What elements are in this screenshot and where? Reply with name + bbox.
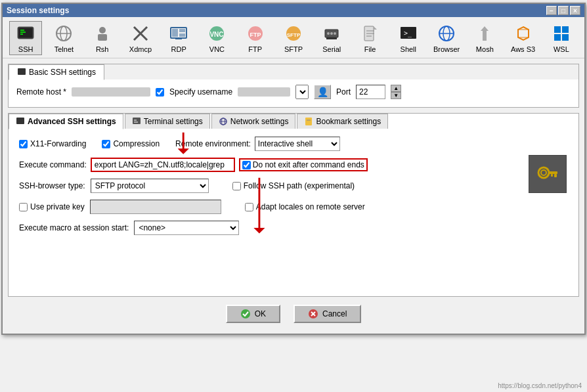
port-input[interactable] [356, 85, 385, 99]
svg-text:FTP: FTP [250, 32, 261, 38]
file-icon [360, 23, 381, 44]
svg-point-25 [327, 32, 330, 35]
basic-tab-header: Basic SSH settings [9, 64, 578, 79]
specify-username-label: Specify username [169, 87, 232, 97]
follow-ssh-checkbox[interactable] [232, 182, 241, 190]
port-spin-up[interactable]: ▲ [391, 85, 401, 92]
adv-tab-label-3: Bookmark settings [316, 117, 381, 126]
vnc-icon: VNC [206, 23, 227, 44]
x11-forwarding-text: X11-Forwarding [30, 139, 86, 148]
remote-host-row: Remote host * Specify username 👤 Port ▲ … [16, 85, 571, 99]
toolbar-item-shell[interactable]: >_ Shell [392, 21, 425, 55]
toolbar-item-ssh[interactable]: SSH [9, 21, 42, 55]
toolbar-item-vnc[interactable]: VNC VNC [200, 21, 233, 55]
do-not-exit-checkbox[interactable] [242, 161, 251, 169]
toolbar-item-ftp[interactable]: FTP FTP [239, 21, 272, 55]
wsl-icon [551, 23, 572, 44]
minimize-button[interactable]: − [546, 6, 557, 15]
tab-network[interactable]: Network settings [211, 114, 296, 129]
cancel-button[interactable]: Cancel [294, 305, 361, 323]
remote-env-label: Remote environment: [175, 139, 251, 148]
toolbar-label-sftp: SFTP [284, 45, 303, 53]
svg-rect-46 [562, 34, 569, 41]
svg-rect-14 [179, 29, 185, 32]
key-icon-container [529, 155, 567, 193]
follow-ssh-text: Follow SSH path (experimental) [244, 181, 355, 190]
rsh-icon [92, 23, 113, 44]
tab-bookmark[interactable]: Bookmark settings [297, 114, 388, 129]
window-title: Session settings [7, 6, 69, 15]
xdmcp-icon [130, 23, 151, 44]
svg-marker-39 [481, 26, 489, 41]
svg-rect-61 [551, 174, 553, 177]
follow-ssh-label[interactable]: Follow SSH path (experimental) [232, 181, 355, 190]
svg-rect-55 [305, 118, 312, 125]
svg-text:>_: >_ [404, 30, 412, 37]
advanced-content: X11-Forwarding Compression Remote enviro… [9, 129, 578, 250]
port-spin-down[interactable]: ▼ [391, 92, 401, 99]
maximize-button[interactable]: □ [558, 6, 569, 15]
svg-point-8 [99, 27, 106, 33]
compression-checkbox[interactable] [102, 140, 110, 148]
x11-forwarding-label[interactable]: X11-Forwarding [19, 139, 86, 148]
tab-advanced-ssh[interactable]: Advanced SSH settings [9, 114, 123, 129]
basic-ssh-section: Basic SSH settings Remote host * Specify… [8, 64, 579, 108]
remote-host-label: Remote host * [16, 87, 66, 97]
title-bar-buttons: − □ × [546, 6, 580, 15]
toolbar-label-rdp: RDP [171, 45, 186, 53]
toolbar-item-xdmcp[interactable]: Xdmcp [124, 21, 157, 55]
specify-username-checkbox[interactable] [156, 88, 164, 97]
compression-label[interactable]: Compression [102, 139, 160, 148]
ssh-icon [15, 23, 36, 44]
toolbar-item-rdp[interactable]: RDP [162, 21, 195, 55]
remote-env-select[interactable]: Interactive shell Remote command Do not … [255, 137, 340, 151]
tab-terminal[interactable]: Terminal settings [125, 114, 210, 129]
serial-icon [321, 23, 342, 44]
svg-rect-1 [19, 28, 32, 37]
toolbar-item-telnet[interactable]: Telnet [47, 21, 80, 55]
avatar-button[interactable]: 👤 [314, 85, 331, 99]
aws-s3-icon [513, 23, 534, 44]
private-key-input[interactable] [90, 200, 221, 214]
toolbar-label-browser: Browser [433, 45, 460, 53]
adapt-locales-checkbox[interactable] [245, 203, 253, 211]
svg-text:SFTP: SFTP [287, 32, 301, 38]
toolbar-item-aws-s3[interactable]: Aws S3 [506, 21, 539, 55]
ok-label: OK [255, 309, 266, 318]
remote-host-value [72, 87, 150, 97]
use-private-key-label[interactable]: Use private key [19, 202, 85, 211]
toolbar-item-rsh[interactable]: Rsh [86, 21, 119, 55]
ftp-icon: FTP [245, 23, 266, 44]
adapt-locales-text: Adapt locales on remote server [256, 202, 365, 211]
toolbar-label-shell: Shell [401, 45, 416, 53]
close-button[interactable]: × [570, 6, 580, 15]
use-private-key-checkbox[interactable] [19, 203, 28, 211]
ssh-browser-row: SSH-browser type: SFTP protocol SCP prot… [19, 179, 568, 193]
toolbar-item-serial[interactable]: Serial [315, 21, 348, 55]
svg-rect-45 [554, 34, 561, 41]
basic-tab-content: Remote host * Specify username 👤 Port ▲ … [9, 79, 578, 107]
adv-tab-label-2: Network settings [230, 117, 289, 126]
ok-button[interactable]: OK [226, 305, 280, 323]
username-dropdown[interactable] [295, 85, 309, 99]
svg-rect-59 [548, 171, 557, 174]
adapt-locales-label[interactable]: Adapt locales on remote server [245, 202, 365, 211]
toolbar-item-sftp[interactable]: SFTP SFTP [277, 21, 310, 55]
x11-forwarding-checkbox[interactable] [19, 140, 28, 148]
toolbar-item-file[interactable]: File [353, 21, 386, 55]
basic-ssh-tab[interactable]: Basic SSH settings [9, 64, 104, 80]
execute-macro-select[interactable]: <none> [134, 221, 239, 235]
adv-tab-label-0: Advanced SSH settings [28, 117, 116, 126]
ssh-browser-select[interactable]: SFTP protocol SCP protocol [91, 179, 209, 193]
toolbar-item-mosh[interactable]: Mosh [468, 21, 501, 55]
shell-icon: >_ [398, 23, 419, 44]
toolbar-label-file: File [364, 45, 376, 53]
svg-rect-49 [133, 118, 141, 124]
toolbar-item-wsl[interactable]: WSL [545, 21, 578, 55]
execute-command-input[interactable] [91, 158, 235, 172]
toolbar-item-browser[interactable]: Browser [430, 21, 463, 55]
content-area: Basic SSH settings Remote host * Specify… [3, 58, 584, 334]
svg-rect-13 [172, 29, 178, 37]
svg-marker-30 [374, 26, 377, 30]
svg-rect-48 [16, 118, 24, 124]
